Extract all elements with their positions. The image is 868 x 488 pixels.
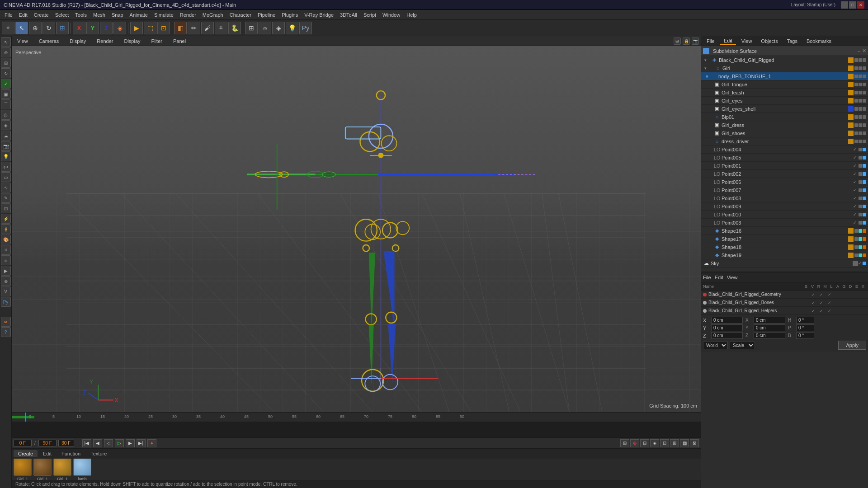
move-icon[interactable]: ⌖ (2, 22, 14, 34)
py2-icon[interactable]: Py (299, 22, 312, 34)
vp-lock-icon[interactable]: 🔒 (683, 38, 690, 45)
timeline-icon5[interactable]: ⊡ (660, 439, 669, 447)
scale-icon[interactable]: ⊕ (29, 22, 42, 34)
grid-icon[interactable]: ⊞ (245, 22, 258, 34)
left-tool-dynamics[interactable]: ⚡ (1, 214, 11, 224)
left-tool-xpresso[interactable]: ⊕ (1, 276, 11, 286)
menu-tools[interactable]: Tools (72, 11, 90, 19)
vp-tab-view[interactable]: View (14, 38, 32, 45)
left-tool-select[interactable]: ↖ (1, 37, 11, 47)
obj-header-file[interactable]: File (703, 38, 718, 45)
menu-window[interactable]: Window (380, 11, 403, 19)
menu-animate[interactable]: Animate (127, 11, 151, 19)
obj-item-bip01[interactable]: ○ Bip01 (701, 113, 868, 121)
left-tool-sketch[interactable]: ✎ (1, 193, 11, 203)
close-button[interactable]: ✕ (857, 1, 864, 9)
y-axis-icon[interactable]: Y (86, 22, 99, 34)
timeline-icon4[interactable]: ◈ (650, 439, 659, 447)
left-tool-tag[interactable]: 🏷 (1, 162, 11, 172)
obj-item-point003[interactable]: LO Point003 ✓ (701, 219, 868, 227)
material-item-3[interactable]: lamb (73, 459, 91, 480)
left-tool-floor[interactable]: ▭ (1, 172, 11, 182)
left-tool-motion[interactable]: ▶ (1, 266, 11, 276)
left-tool-python2[interactable]: Py (1, 297, 11, 307)
vp-tab-display2[interactable]: Display (120, 38, 144, 45)
obj-fold-rigged[interactable]: ▾ (703, 58, 708, 62)
apply-button[interactable]: Apply (838, 341, 866, 350)
x-axis-icon[interactable]: X (73, 22, 85, 34)
menu-snap[interactable]: Snap (109, 11, 126, 19)
left-tool-scale[interactable]: ⊞ (1, 58, 11, 68)
mat-tab-create[interactable]: Create (14, 450, 38, 457)
vp-camera-icon[interactable]: 📷 (692, 38, 699, 45)
pb-begin-button[interactable]: |◀ (82, 439, 91, 447)
render-region-icon[interactable]: ⬚ (144, 22, 156, 34)
mat-tab-edit[interactable]: Edit (38, 450, 56, 457)
sculpt-icon[interactable]: ⌗ (215, 22, 227, 34)
obj-item-point001[interactable]: LO Point001 ✓ (701, 162, 868, 170)
obj-header-view[interactable]: View (738, 38, 756, 45)
coord-b-input[interactable] (796, 332, 814, 339)
menu-edit[interactable]: Edit (16, 11, 30, 19)
obj-item-point010[interactable]: LO Point010 ✓ (701, 211, 868, 219)
menu-file[interactable]: File (2, 11, 15, 19)
attr-layer-bones[interactable]: Black_Child_Girl_Rigged_Bones ✓ ✓ ✓ (701, 299, 868, 307)
3d-viewport[interactable]: Perspective (12, 46, 701, 412)
coord-y-size-input[interactable] (754, 324, 785, 331)
cursor-icon[interactable]: ↖ (15, 22, 28, 34)
timeline-icon7[interactable]: ▦ (680, 439, 689, 447)
obj-item-point005[interactable]: LO Point005 ✓ (701, 154, 868, 162)
timeline-tracks[interactable] (12, 422, 701, 437)
left-tool-spline[interactable]: ⌒ (1, 99, 11, 109)
xform-icon[interactable]: ⊞ (56, 22, 69, 34)
menu-simulate[interactable]: Simulate (151, 11, 176, 19)
timeline-ruler[interactable]: 0 5 10 15 20 25 30 35 40 45 50 55 60 65 … (12, 413, 701, 422)
light-icon[interactable]: 💡 (286, 22, 298, 34)
obj-header-tags[interactable]: Tags (783, 38, 801, 45)
left-tool-poly[interactable]: ▣ (1, 89, 11, 99)
transform-mode-select[interactable]: Scale Rotate Move (730, 342, 755, 349)
vp-expand-icon[interactable]: ⊞ (674, 38, 681, 45)
coord-x-pos-input[interactable] (711, 317, 743, 324)
obj-item-tongue[interactable]: ■ body_BFB_TONGUE_1 (701, 72, 868, 80)
menu-character[interactable]: Character (227, 11, 254, 19)
coord-p-input[interactable] (796, 324, 814, 331)
left-tool-live[interactable]: ✓ (1, 79, 11, 89)
timeline-icon8[interactable]: ⊠ (690, 439, 699, 447)
left-tool-camera[interactable]: 📷 (1, 141, 11, 151)
attr-tab-edit[interactable]: Edit (715, 275, 723, 280)
vp-tab-render[interactable]: Render (93, 38, 117, 45)
left-tool-hair[interactable]: ∿ (1, 183, 11, 192)
obj-item-rigged[interactable]: ▾ ◈ Black_Child_Girl_Rigged (701, 56, 868, 64)
timeline-record-icon[interactable]: ⊕ (630, 439, 639, 447)
obj-item-eyes-shell[interactable]: ▣ Girl_eyes_shell (701, 105, 868, 113)
z-axis-icon[interactable]: Z (100, 22, 113, 34)
render-icon[interactable]: ▶ (130, 22, 143, 34)
menu-plugins[interactable]: Plugins (279, 11, 301, 19)
coord-system-select[interactable]: World Object (703, 342, 728, 349)
obj-item-point004[interactable]: LO Point004 ✓ (701, 145, 868, 154)
menu-mesh[interactable]: Mesh (90, 11, 108, 19)
obj-item-girl-tongue[interactable]: ▣ Girl_tongue (701, 80, 868, 89)
pb-next-button[interactable]: ▶ (126, 439, 135, 447)
vp-tab-cameras[interactable]: Cameras (35, 38, 63, 45)
pb-record-button[interactable]: ● (147, 439, 156, 447)
menu-create[interactable]: Create (31, 11, 52, 19)
material-item-0[interactable]: Girl_1 (14, 459, 32, 480)
menu-render[interactable]: Render (177, 11, 199, 19)
mat-tab-texture[interactable]: Texture (86, 450, 111, 457)
snap-to-icon[interactable]: ⌾ (259, 22, 271, 34)
left-tool-sculpt2[interactable]: ⌗ (1, 245, 11, 255)
timeline-icon6[interactable]: ⊞ (670, 439, 679, 447)
left-tool-move[interactable]: ⊕ (1, 47, 11, 57)
material-item-2[interactable]: Girl_1 (53, 459, 71, 480)
obj-item-girl[interactable]: ▾ ○ Girl (701, 64, 868, 72)
mat-tab-function[interactable]: Function (57, 450, 85, 457)
python-icon[interactable]: 🐍 (228, 22, 241, 34)
pb-prev-button[interactable]: ◀ (93, 439, 102, 447)
menu-select[interactable]: Select (52, 11, 72, 19)
obj-item-eyes[interactable]: ▣ Girl_eyes (701, 97, 868, 105)
menu-3dtoall[interactable]: 3DToAll (337, 11, 360, 19)
coord-h-input[interactable] (796, 317, 814, 324)
ipr-icon[interactable]: ⊡ (157, 22, 170, 34)
